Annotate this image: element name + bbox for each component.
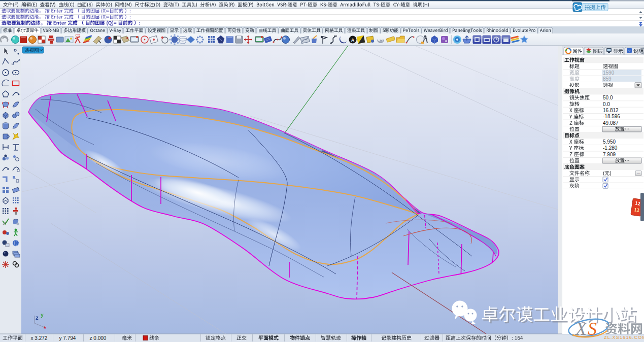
svg-text:...: ... xyxy=(637,170,640,175)
svg-text:*: * xyxy=(44,325,46,332)
svg-text:A: A xyxy=(351,38,355,43)
svg-text:-1.280: -1.280 xyxy=(603,145,618,151)
svg-text:859: 859 xyxy=(603,76,612,82)
svg-text:7.909: 7.909 xyxy=(603,152,616,157)
svg-text:49.087: 49.087 xyxy=(603,120,619,126)
svg-text:5.950: 5.950 xyxy=(603,139,616,145)
svg-text:0.0: 0.0 xyxy=(603,101,610,107)
svg-text:z 0.000: z 0.000 xyxy=(90,335,107,341)
svg-text:-18.596: -18.596 xyxy=(603,114,620,119)
svg-text:?: ? xyxy=(628,49,630,53)
svg-text:16.812: 16.812 xyxy=(603,108,619,113)
svg-text:ZL.XS1616.COM: ZL.XS1616.COM xyxy=(604,335,644,340)
svg-text:y 7.794: y 7.794 xyxy=(59,335,76,341)
svg-text:1590: 1590 xyxy=(603,70,615,76)
svg-text:50.0: 50.0 xyxy=(603,95,613,100)
svg-text:X: X xyxy=(574,319,588,339)
svg-text:C?: C? xyxy=(76,33,80,37)
svg-text:S: S xyxy=(588,319,597,339)
svg-text:x 3.272: x 3.272 xyxy=(31,335,48,341)
